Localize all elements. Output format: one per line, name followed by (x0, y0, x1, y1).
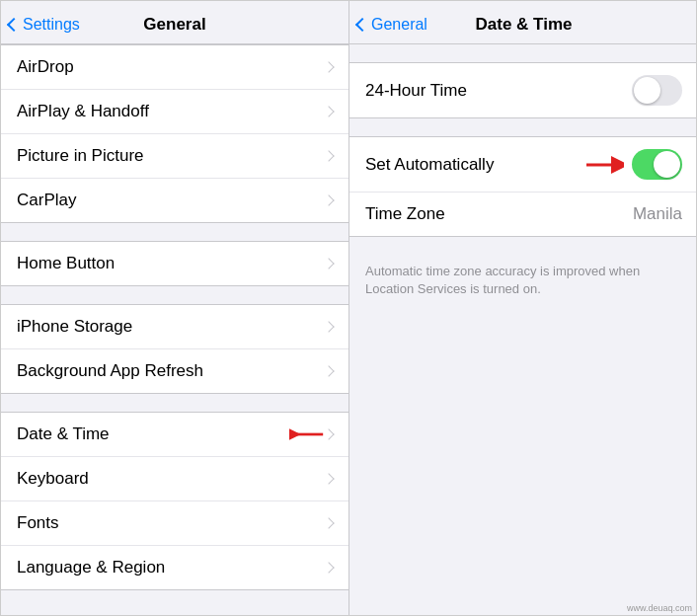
watermark: www.deuaq.com (627, 603, 692, 613)
list-item-bg-refresh[interactable]: Background App Refresh (1, 349, 348, 393)
bg-refresh-chevron (323, 365, 334, 376)
red-arrow-left-icon (289, 424, 325, 444)
right-nav-bar: General Date & Time (349, 1, 697, 44)
home-button-label: Home Button (17, 254, 325, 273)
airplay-chevron (323, 106, 334, 116)
carplay-label: CarPlay (17, 191, 325, 210)
right-settings-list: 24-Hour Time Set Automatically (349, 44, 697, 616)
24hour-toggle[interactable] (632, 75, 682, 106)
bg-refresh-label: Background App Refresh (17, 361, 325, 381)
list-item-pip[interactable]: Picture in Picture (1, 134, 348, 179)
right-item-set-auto: Set Automatically (349, 137, 697, 192)
timezone-value: Manila (633, 204, 682, 224)
pip-chevron (323, 150, 334, 161)
fonts-label: Fonts (17, 513, 325, 533)
left-group-3: iPhone Storage Background App Refresh (1, 304, 348, 394)
24hour-toggle-thumb (634, 77, 660, 104)
24hour-label: 24-Hour Time (365, 81, 632, 101)
home-button-chevron (323, 258, 334, 269)
right-chevron-left-icon (355, 17, 369, 31)
timezone-label: Time Zone (365, 204, 633, 224)
red-arrow-right-icon (584, 155, 624, 175)
left-group-2: Home Button (1, 241, 348, 286)
right-panel: General Date & Time 24-Hour Time Set Aut… (349, 1, 697, 616)
left-back-label: Settings (23, 16, 80, 34)
list-item-fonts[interactable]: Fonts (1, 501, 348, 546)
left-back-button[interactable]: Settings (9, 16, 80, 34)
list-item-keyboard[interactable]: Keyboard (1, 457, 348, 501)
carplay-chevron (323, 194, 334, 205)
left-nav-bar: Settings General (1, 1, 348, 44)
language-region-chevron (323, 562, 334, 573)
left-settings-list: AirDrop AirPlay & Handoff Picture in Pic… (1, 44, 348, 616)
left-panel: Settings General AirDrop AirPlay & Hando… (1, 1, 349, 616)
right-group-set-auto: Set Automatically (349, 136, 697, 237)
airdrop-chevron (323, 61, 334, 72)
airplay-label: AirPlay & Handoff (17, 102, 325, 121)
set-auto-toggle[interactable] (632, 149, 682, 180)
right-back-label: General (371, 16, 427, 34)
airdrop-label: AirDrop (17, 57, 325, 77)
timezone-note: Automatic time zone accuracy is improved… (349, 255, 697, 314)
list-item-airplay[interactable]: AirPlay & Handoff (1, 90, 348, 134)
date-time-label: Date & Time (17, 424, 281, 444)
right-nav-title: Date & Time (476, 15, 573, 35)
pip-label: Picture in Picture (17, 146, 325, 166)
right-group-24hour: 24-Hour Time (349, 62, 697, 118)
left-group-4: Date & Time (1, 412, 348, 590)
chevron-left-icon (7, 17, 21, 31)
set-auto-label: Set Automatically (365, 155, 584, 175)
list-item-airdrop[interactable]: AirDrop (1, 45, 348, 90)
fonts-chevron (323, 517, 334, 528)
iphone-storage-label: iPhone Storage (17, 317, 325, 337)
list-item-home-button[interactable]: Home Button (1, 242, 348, 285)
list-item-iphone-storage[interactable]: iPhone Storage (1, 305, 348, 349)
language-region-label: Language & Region (17, 558, 325, 578)
list-item-date-time[interactable]: Date & Time (1, 413, 348, 457)
left-group-1: AirDrop AirPlay & Handoff Picture in Pic… (1, 44, 348, 223)
iphone-storage-chevron (323, 321, 334, 332)
set-auto-toggle-thumb (654, 151, 680, 178)
right-item-24hour: 24-Hour Time (349, 63, 697, 117)
date-time-chevron (323, 428, 334, 439)
keyboard-chevron (323, 473, 334, 484)
keyboard-label: Keyboard (17, 469, 325, 489)
left-nav-title: General (143, 15, 205, 35)
right-item-timezone: Time Zone Manila (349, 192, 697, 236)
list-item-language-region[interactable]: Language & Region (1, 546, 348, 589)
right-back-button[interactable]: General (357, 16, 427, 34)
list-item-carplay[interactable]: CarPlay (1, 179, 348, 222)
